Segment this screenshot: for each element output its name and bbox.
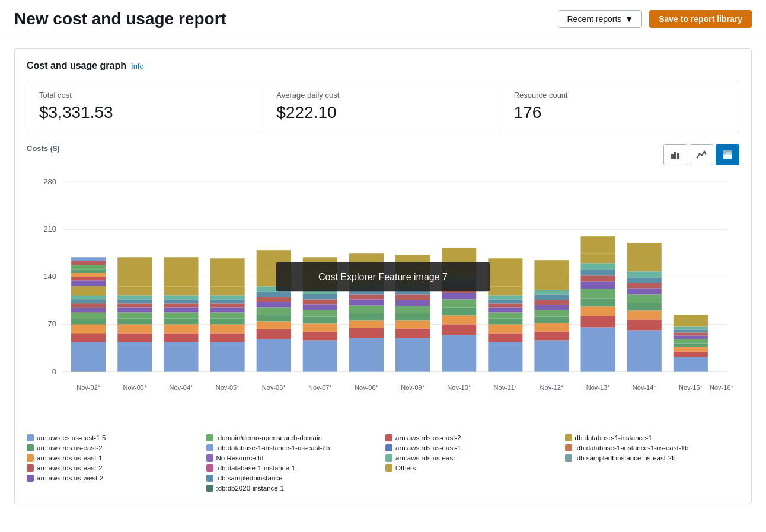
svg-text:Nov-10*: Nov-10*	[447, 384, 471, 391]
total-cost-stat: Total cost $3,331.53	[27, 81, 264, 132]
svg-rect-34	[71, 257, 106, 261]
svg-rect-71	[210, 318, 245, 324]
svg-rect-113	[395, 313, 430, 320]
svg-rect-141	[534, 340, 569, 371]
svg-rect-150	[534, 283, 569, 290]
svg-rect-49	[117, 318, 152, 324]
svg-point-7	[705, 153, 707, 155]
svg-rect-116	[395, 294, 430, 300]
svg-rect-59	[164, 324, 198, 333]
legend-color	[385, 464, 392, 472]
svg-text:Nov-08*: Nov-08*	[355, 384, 378, 391]
svg-rect-131	[488, 333, 522, 342]
chart-y-label: Costs ($)	[27, 144, 60, 153]
svg-rect-66	[164, 286, 198, 295]
legend-color	[565, 454, 572, 462]
bar-chart-button[interactable]	[663, 144, 687, 165]
legend-item: Others	[385, 464, 560, 472]
svg-rect-65	[164, 295, 198, 299]
svg-rect-29	[71, 277, 106, 280]
svg-rect-134	[488, 312, 522, 318]
legend-color	[27, 475, 34, 482]
legend-item: arn:aws:rds:us-east-	[385, 454, 560, 462]
svg-rect-155	[581, 298, 615, 306]
line-chart-button[interactable]	[690, 144, 713, 165]
svg-rect-16	[729, 150, 732, 152]
recent-reports-button[interactable]: Recent reports ▼	[558, 10, 642, 28]
svg-rect-57	[164, 342, 198, 371]
svg-text:70: 70	[48, 319, 56, 328]
svg-point-3	[697, 157, 698, 159]
bar-nov12	[534, 260, 569, 371]
svg-text:140: 140	[43, 272, 56, 281]
svg-rect-135	[488, 307, 522, 312]
bar-nov05	[210, 258, 245, 371]
svg-rect-138	[488, 295, 522, 299]
legend-label: arn:aws:rds:us-east-1	[37, 454, 103, 462]
svg-rect-50	[117, 312, 152, 318]
svg-rect-31	[71, 269, 106, 273]
graph-header: Cost and usage graph Info	[27, 60, 739, 71]
svg-rect-181	[674, 329, 708, 332]
legend-item: arn:aws:rds:us-east-2:	[385, 434, 560, 441]
legend-item: arn:aws:rds:us-east-1:	[385, 444, 560, 451]
legend-label: :db:sampledbinstance-us-east-2b	[575, 454, 676, 462]
stacked-bar-chart-button[interactable]	[716, 144, 739, 165]
svg-rect-176	[674, 347, 708, 351]
svg-text:Nov-14*: Nov-14*	[633, 384, 656, 391]
svg-text:0: 0	[52, 367, 56, 376]
svg-rect-62	[164, 307, 198, 312]
legend-color	[206, 475, 213, 482]
svg-rect-79	[257, 339, 291, 371]
svg-rect-121	[442, 324, 476, 335]
legend-label: arn:aws:rds:us-west-2	[37, 475, 103, 482]
page-title: New cost and usage report	[14, 9, 226, 28]
info-link[interactable]: Info	[131, 62, 144, 70]
svg-rect-36	[71, 342, 106, 371]
svg-rect-60	[164, 318, 198, 324]
svg-rect-137	[488, 299, 522, 303]
legend-item: :db:sampledbinstance-us-east-2b	[565, 454, 740, 462]
svg-rect-86	[257, 291, 291, 297]
svg-rect-143	[534, 323, 569, 331]
svg-rect-15	[729, 152, 732, 155]
legend-color	[206, 464, 213, 472]
svg-rect-70	[210, 324, 245, 333]
chevron-down-icon: ▼	[625, 14, 633, 24]
legend-item: arn:aws:rds:us-east-1	[27, 454, 202, 462]
svg-rect-72	[210, 312, 245, 318]
legend-label: arn:aws:rds:us-east-2:	[395, 434, 463, 441]
svg-rect-177	[674, 343, 708, 347]
svg-rect-139	[488, 286, 522, 295]
svg-text:Nov-12*: Nov-12*	[540, 384, 564, 391]
bar-nov02	[71, 257, 106, 371]
svg-rect-39	[71, 318, 106, 324]
svg-rect-132	[488, 324, 522, 333]
chart-controls: Costs ($)	[27, 144, 739, 165]
graph-section: Cost and usage graph Info Total cost $3,…	[14, 48, 752, 504]
svg-rect-9	[723, 153, 726, 155]
svg-rect-14	[729, 155, 732, 159]
bar-nov11	[488, 258, 522, 371]
bar-nov14	[627, 243, 662, 371]
svg-rect-91	[303, 331, 337, 340]
graph-title: Cost and usage graph	[27, 60, 126, 71]
legend-label: :db:db2020-instance-1	[216, 485, 284, 492]
svg-rect-47	[117, 333, 152, 342]
svg-rect-148	[534, 294, 569, 300]
svg-rect-81	[257, 321, 291, 329]
bar-nov13	[581, 236, 615, 371]
svg-rect-103	[349, 313, 384, 320]
svg-rect-142	[534, 331, 569, 340]
legend-label: :db:database-1-instance-1-us-east-1b	[575, 444, 689, 451]
save-to-library-button[interactable]: Save to report library	[649, 10, 752, 28]
bar-nov15	[674, 315, 708, 371]
svg-rect-90	[303, 340, 337, 371]
svg-rect-169	[627, 283, 662, 288]
legend-item: arn:aws:rds:us-east-2	[27, 464, 202, 472]
svg-rect-28	[71, 280, 106, 286]
svg-rect-105	[349, 299, 384, 305]
svg-rect-136	[488, 303, 522, 307]
svg-rect-40	[71, 312, 106, 318]
svg-rect-174	[674, 357, 708, 372]
